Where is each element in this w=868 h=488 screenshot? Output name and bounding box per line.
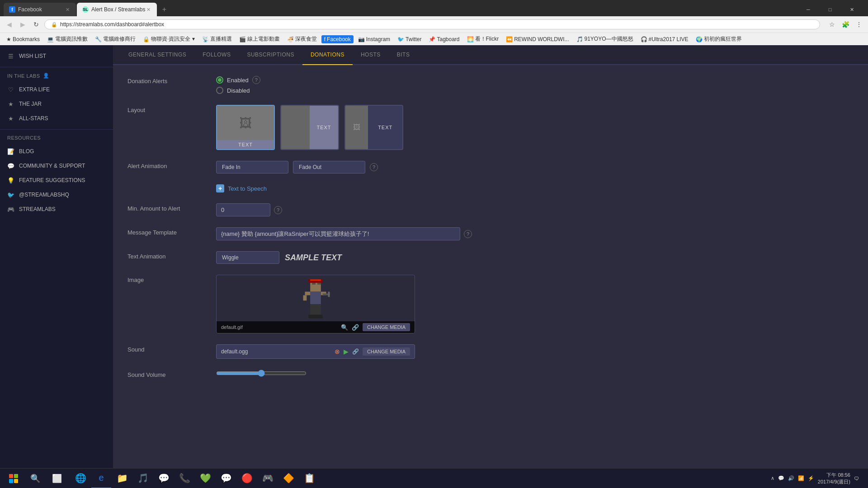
bookmark-ultra[interactable]: 🎧#Ultra2017 LIVE — [638, 35, 691, 43]
tab-general-settings[interactable]: GENERAL SETTINGS — [120, 45, 194, 64]
bookmark-bookmarks[interactable]: ★ Bookmarks — [4, 35, 42, 43]
tray-network[interactable]: 📶 — [798, 475, 804, 481]
tab-streamlabs[interactable]: SL Alert Box / Streamlabs ✕ — [77, 3, 157, 16]
extensions-icon[interactable]: 🧩 — [840, 19, 851, 30]
sidebar-item-all-stars[interactable]: ★ ALL-STARS — [0, 111, 113, 126]
tab-streamlabs-close[interactable]: ✕ — [145, 6, 151, 13]
sound-control-row: default.ogg ⊗ ▶ 🔗 CHANGE MEDIA — [216, 344, 415, 359]
svg-rect-2 — [317, 283, 321, 285]
sidebar-item-extra-life[interactable]: ♡ EXTRA LIFE — [0, 82, 113, 97]
bookmark-facebook[interactable]: fFacebook — [321, 35, 354, 43]
close-button[interactable]: ✕ — [843, 3, 861, 16]
bookmark-star-icon[interactable]: ☆ — [826, 19, 837, 30]
donation-alerts-row: Donation Alerts Enabled ? Disabled — [127, 76, 854, 94]
min-amount-value-container: ? — [216, 203, 854, 216]
sidebar-item-community-support[interactable]: 💬 COMMUNITY & SUPPORT — [0, 159, 113, 173]
bookmark-twitter[interactable]: 🐦Twitter — [395, 35, 424, 43]
refresh-button[interactable]: ↻ — [31, 19, 42, 30]
tab-hosts[interactable]: HOSTS — [353, 45, 389, 64]
bookmark-5[interactable]: 🎬線上電影動畫 — [236, 34, 283, 44]
bookmark-1[interactable]: 💻電腦資訊惟數 — [44, 34, 90, 44]
animation-help-icon[interactable]: ? — [370, 163, 378, 171]
taskbar-green-app[interactable]: 💚 — [195, 469, 215, 488]
bookmark-world[interactable]: 🌍初初的瘋狂世界 — [693, 34, 745, 44]
layout-card-2[interactable]: TEXT — [280, 105, 339, 150]
message-template-help-icon[interactable]: ? — [464, 230, 472, 238]
taskbar-skype[interactable]: 📞 — [175, 469, 194, 488]
tab-subscriptions[interactable]: SUBSCRIPTIONS — [239, 45, 302, 64]
layout-card-3[interactable]: 🖼 TEXT — [344, 105, 403, 150]
tab-bits[interactable]: BITS — [389, 45, 418, 64]
new-tab-button[interactable]: + — [158, 3, 170, 16]
system-clock[interactable]: 下午 08:56 2017/4/9(週日) — [818, 472, 850, 485]
bookmark-2[interactable]: 🔧電腦維修商行 — [92, 34, 138, 44]
min-amount-help-icon[interactable]: ? — [274, 206, 282, 214]
sidebar-item-streamlabs[interactable]: 🎮 STREAMLABS — [0, 202, 113, 216]
search-taskbar-button[interactable]: 🔍 — [25, 469, 45, 488]
stop-sound-icon[interactable]: ⊗ — [335, 348, 340, 355]
tab-facebook-close[interactable]: ✕ — [64, 6, 71, 13]
tts-header[interactable]: + Text to Speech — [216, 184, 854, 192]
enabled-help-icon[interactable]: ? — [252, 76, 260, 84]
tray-chevron[interactable]: ∧ — [771, 475, 774, 481]
start-button[interactable] — [4, 469, 24, 488]
sidebar-item-twitter[interactable]: 🐦 @STREAMLABSHQ — [0, 188, 113, 202]
sidebar-item-the-jar[interactable]: ★ THE JAR — [0, 97, 113, 111]
tab-facebook[interactable]: f Facebook ✕ — [4, 3, 76, 16]
taskbar-music[interactable]: 🎵 — [133, 469, 153, 488]
bookmark-tagboard[interactable]: 📌Tagboard — [426, 35, 462, 43]
fade-in-dropdown[interactable]: Fade In Slide In Left Slide In Right — [216, 161, 288, 174]
play-sound-icon[interactable]: ▶ — [344, 348, 349, 355]
layout-card-1[interactable]: 🖼 TEXT — [216, 105, 275, 150]
tab-donations[interactable]: DONATIONS — [302, 45, 353, 65]
disabled-radio[interactable]: Disabled — [216, 87, 854, 94]
taskbar-app-7[interactable]: 🔴 — [237, 469, 257, 488]
back-button[interactable]: ◀ — [4, 19, 14, 30]
taskbar-game[interactable]: 🎮 — [258, 469, 278, 488]
taskbar-app-10[interactable]: 📋 — [299, 469, 319, 488]
notification-icon[interactable]: 🗨 — [854, 476, 859, 481]
min-amount-label: Min. Amount to Alert — [127, 203, 209, 212]
bookmark-instagram[interactable]: 📷Instagram — [355, 35, 393, 43]
bookmark-6[interactable]: 🍜深夜食堂 — [284, 34, 320, 44]
address-text: https://streamlabs.com/dashboard#alertbo… — [60, 21, 164, 28]
tray-volume[interactable]: 🔊 — [788, 475, 794, 481]
settings-icon[interactable]: ⋮ — [854, 19, 864, 30]
taskbar-ie[interactable]: e — [91, 469, 111, 488]
link-icon[interactable]: 🔗 — [352, 324, 359, 331]
bookmark-91yoyo[interactable]: 🎵91YOYO—中國怒怒 — [574, 34, 636, 44]
taskbar-file-explorer[interactable]: 📁 — [112, 469, 132, 488]
message-template-input[interactable] — [216, 227, 460, 240]
bookmark-4[interactable]: 📡直播精選 — [199, 34, 235, 44]
task-view-button[interactable]: ⬜ — [47, 469, 67, 488]
change-sound-button[interactable]: CHANGE MEDIA — [363, 347, 410, 356]
sound-link-icon[interactable]: 🔗 — [352, 348, 359, 355]
fade-out-dropdown[interactable]: Fade Out Slide Out Left Slide Out Right — [293, 161, 365, 174]
taskbar-wechat[interactable]: 💬 — [216, 469, 236, 488]
sidebar-item-feature-suggestions[interactable]: 💡 FEATURE SUGGESTIONS — [0, 173, 113, 188]
win-square-2 — [14, 474, 18, 478]
taskbar-chat[interactable]: 💬 — [154, 469, 174, 488]
zoom-icon[interactable]: 🔍 — [341, 324, 348, 331]
image-icon-3: 🖼 — [353, 123, 360, 131]
maximize-button[interactable]: □ — [821, 3, 839, 16]
bookmark-3[interactable]: 🔒物聯資·資訊安全 ▾ — [140, 34, 198, 44]
min-amount-input[interactable] — [216, 203, 270, 216]
sidebar-feature-label: FEATURE SUGGESTIONS — [19, 177, 85, 183]
minimize-button[interactable]: ─ — [799, 3, 817, 16]
change-media-button[interactable]: CHANGE MEDIA — [363, 323, 410, 331]
bookmark-rewind[interactable]: ⏪REWIND WORLDWI... — [503, 35, 571, 43]
text-animation-dropdown[interactable]: Wiggle Bounce Shake Pulse — [216, 251, 279, 264]
taskbar-app-9[interactable]: 🔶 — [278, 469, 298, 488]
bookmark-flickr[interactable]: 🌅看！Flickr — [464, 34, 502, 44]
address-bar[interactable]: 🔒 https://streamlabs.com/dashboard#alert… — [44, 19, 820, 29]
sidebar-wish-list[interactable]: ☰ WISH LIST — [0, 49, 113, 63]
forward-button[interactable]: ▶ — [17, 19, 28, 30]
enabled-radio[interactable]: Enabled ? — [216, 76, 854, 84]
tab-follows[interactable]: FOLLOWS — [194, 45, 239, 64]
twitter-icon: 🐦 — [7, 191, 14, 198]
taskbar-edge[interactable]: 🌐 — [71, 469, 90, 488]
sound-volume-slider[interactable] — [216, 370, 307, 377]
sidebar-item-blog[interactable]: 📝 BLOG — [0, 144, 113, 159]
layout-card-2-img — [281, 106, 310, 149]
